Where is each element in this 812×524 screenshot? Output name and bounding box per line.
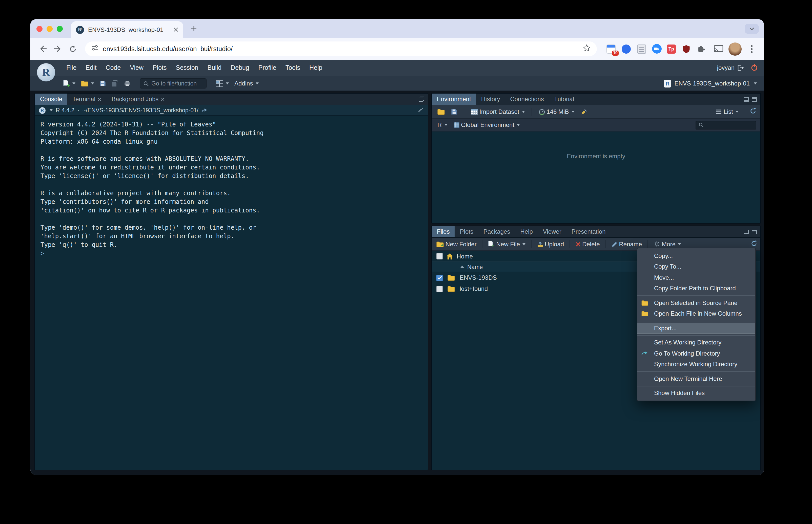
tab-console[interactable]: Console: [35, 94, 67, 105]
load-workspace-button[interactable]: [436, 108, 446, 116]
menu-item-go-to-working-directory[interactable]: Go To Working Directory: [637, 348, 755, 359]
refresh-files-icon[interactable]: [751, 241, 757, 248]
site-settings-icon[interactable]: [91, 44, 99, 54]
url-text[interactable]: envs193ds.lsit.ucsb.edu/user/an_bui/rstu…: [103, 45, 579, 53]
menu-session[interactable]: Session: [171, 64, 203, 71]
addins-button[interactable]: Addins: [233, 79, 260, 88]
menu-plots[interactable]: Plots: [148, 64, 171, 71]
browser-menu-kebab-icon[interactable]: [745, 42, 759, 56]
environment-search-input[interactable]: [706, 122, 753, 128]
maximize-pane-icon[interactable]: [752, 97, 757, 101]
menu-item-set-working-directory[interactable]: Set As Working Directory: [637, 337, 755, 348]
tab-plots[interactable]: Plots: [455, 226, 478, 237]
menu-item-copy-to[interactable]: Copy To...: [637, 261, 755, 272]
clear-objects-broom-icon[interactable]: [579, 108, 589, 116]
row-checkbox[interactable]: [436, 285, 443, 292]
new-file-button[interactable]: [62, 79, 77, 88]
reload-icon[interactable]: [66, 42, 80, 56]
tab-files[interactable]: Files: [432, 226, 455, 237]
cast-icon[interactable]: [711, 42, 726, 56]
menu-edit[interactable]: Edit: [81, 64, 101, 71]
menu-code[interactable]: Code: [101, 64, 125, 71]
close-window-button[interactable]: [36, 26, 43, 32]
tab-help[interactable]: Help: [515, 226, 538, 237]
menu-item-export[interactable]: Export...: [637, 323, 755, 333]
profile-avatar[interactable]: [729, 42, 742, 55]
menu-item-open-in-source-pane[interactable]: Open Selected in Source Pane: [637, 297, 755, 308]
menu-item-open-in-new-columns[interactable]: Open Each File in New Columns: [637, 308, 755, 319]
goto-file-search[interactable]: [140, 78, 207, 88]
tab-close-icon[interactable]: [174, 27, 178, 32]
menu-build[interactable]: Build: [203, 64, 226, 71]
pane-layout-button[interactable]: [214, 79, 230, 88]
file-name[interactable]: lost+found: [460, 285, 488, 292]
zoom-extension-icon[interactable]: [652, 44, 662, 54]
tab-tutorial[interactable]: Tutorial: [549, 94, 579, 105]
menu-debug[interactable]: Debug: [226, 64, 254, 71]
menu-item-copy[interactable]: Copy...: [637, 250, 755, 261]
environment-search[interactable]: [696, 121, 756, 129]
menu-item-show-hidden-files[interactable]: Show Hidden Files: [637, 388, 755, 398]
list-view-button[interactable]: List: [715, 107, 740, 116]
environment-scope-selector[interactable]: Global Environment: [452, 120, 522, 130]
language-selector[interactable]: R: [436, 120, 449, 130]
console-prompt-line[interactable]: >: [41, 249, 422, 258]
bookmark-extension-icon[interactable]: [621, 44, 631, 54]
tab-environment[interactable]: Environment: [432, 94, 476, 105]
address-bar[interactable]: envs193ds.lsit.ucsb.edu/user/an_bui/rstu…: [85, 42, 597, 56]
refresh-environment-icon[interactable]: [750, 108, 756, 116]
more-button[interactable]: More: [652, 240, 683, 249]
minimize-pane-icon[interactable]: [744, 229, 749, 234]
tab-viewer[interactable]: Viewer: [538, 226, 567, 237]
minimize-window-button[interactable]: [47, 26, 53, 32]
goto-directory-icon[interactable]: [202, 108, 208, 113]
forward-icon[interactable]: [51, 42, 65, 56]
tab-terminal[interactable]: Terminal: [67, 94, 107, 105]
notes-extension-icon[interactable]: [636, 44, 647, 54]
upload-button[interactable]: Upload: [536, 240, 566, 249]
rename-button[interactable]: Rename: [610, 240, 644, 249]
save-button[interactable]: [98, 79, 107, 87]
menu-item-copy-folder-path[interactable]: Copy Folder Path to Clipboard: [637, 283, 755, 294]
minimize-pane-icon[interactable]: [744, 97, 749, 101]
new-file-button-files[interactable]: New File: [487, 240, 527, 249]
tab-search-button[interactable]: [745, 23, 759, 34]
save-workspace-button[interactable]: [449, 108, 459, 116]
home-icon[interactable]: [446, 253, 453, 259]
menu-item-open-new-terminal-here[interactable]: Open New Terminal Here: [637, 373, 755, 384]
breadcrumb-home[interactable]: Home: [457, 252, 473, 260]
tab-packages[interactable]: Packages: [478, 226, 515, 237]
menu-help[interactable]: Help: [305, 64, 327, 71]
tab-history[interactable]: History: [476, 94, 505, 105]
import-dataset-button[interactable]: Import Dataset: [469, 107, 526, 116]
delete-button[interactable]: Delete: [574, 240, 601, 249]
maximize-pane-icon[interactable]: [752, 229, 757, 234]
menu-file[interactable]: File: [62, 64, 81, 71]
tab-connections[interactable]: Connections: [505, 94, 549, 105]
console-output[interactable]: R version 4.4.2 (2024-10-31) -- "Pile of…: [35, 116, 428, 470]
tab-presentation[interactable]: Presentation: [567, 226, 611, 237]
new-tab-button[interactable]: [187, 22, 201, 35]
print-button[interactable]: [123, 79, 132, 87]
back-icon[interactable]: [35, 42, 50, 56]
menu-view[interactable]: View: [125, 64, 148, 71]
menu-profile[interactable]: Profile: [254, 64, 281, 71]
file-name[interactable]: ENVS-193DS: [460, 274, 497, 281]
calendar-extension-icon[interactable]: 10: [606, 44, 616, 54]
project-selector[interactable]: R ENVS-193DS_workshop-01: [664, 80, 764, 87]
new-folder-button[interactable]: New Folder: [435, 240, 478, 249]
extensions-puzzle-icon[interactable]: [696, 44, 706, 54]
row-checkbox-checked[interactable]: [436, 274, 443, 281]
clear-console-icon[interactable]: [418, 107, 424, 113]
menu-item-synchronize-working-directory[interactable]: Synchronize Working Directory: [637, 359, 755, 370]
goto-file-input[interactable]: [152, 80, 203, 86]
menu-item-move[interactable]: Move...: [637, 272, 755, 283]
menu-tools[interactable]: Tools: [281, 64, 305, 71]
bookmark-star-icon[interactable]: [583, 44, 591, 54]
name-column-header[interactable]: Name: [467, 264, 483, 270]
open-file-button[interactable]: [79, 79, 96, 87]
save-all-button[interactable]: [110, 79, 120, 88]
memory-usage-button[interactable]: 146 MiB: [537, 107, 576, 116]
browser-tab[interactable]: R ENVS-193DS_workshop-01: [71, 21, 183, 38]
tp-extension-icon[interactable]: Tp: [667, 44, 676, 53]
